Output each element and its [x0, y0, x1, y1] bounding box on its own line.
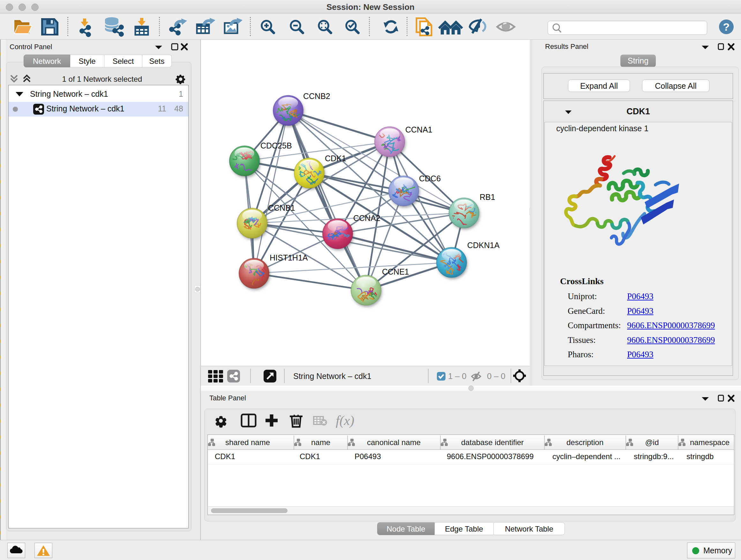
svg-text:cyclin–dependent ...: cyclin–dependent ...: [552, 452, 620, 461]
svg-text:description: description: [566, 438, 603, 447]
svg-text:stringdb: stringdb: [686, 452, 714, 461]
svg-text:@id: @id: [645, 438, 659, 447]
svg-text:CCNB1: CCNB1: [268, 203, 295, 212]
svg-text:f(x): f(x): [336, 413, 354, 428]
svg-text:shared name: shared name: [225, 438, 270, 447]
svg-text:CDK1: CDK1: [300, 452, 320, 461]
svg-text:9606.ENSP00000378699: 9606.ENSP00000378699: [447, 452, 534, 461]
svg-text:P06493: P06493: [354, 452, 381, 461]
svg-text:CCNA1: CCNA1: [405, 125, 432, 134]
svg-text:canonical name: canonical name: [367, 438, 421, 447]
svg-text:CCNE1: CCNE1: [382, 267, 409, 276]
svg-text:HIST1H1A: HIST1H1A: [270, 253, 308, 262]
svg-text:CDKN1A: CDKN1A: [467, 241, 500, 250]
svg-text:stringdb:9...: stringdb:9...: [634, 452, 674, 461]
svg-text:CDC6: CDC6: [419, 174, 441, 183]
svg-text:String Network – cdk1: String Network – cdk1: [293, 372, 372, 381]
svg-text:CDK1: CDK1: [325, 154, 346, 163]
svg-text:1 – 0: 1 – 0: [448, 371, 467, 381]
svg-text:?: ?: [723, 21, 730, 33]
svg-text:database identifier: database identifier: [461, 438, 524, 447]
svg-text:CDK1: CDK1: [215, 452, 235, 461]
svg-text:name: name: [311, 438, 330, 447]
svg-text:CCNB2: CCNB2: [303, 91, 330, 101]
svg-text:namespace: namespace: [690, 438, 730, 447]
svg-text:RB1: RB1: [480, 192, 495, 201]
svg-text:CDC25B: CDC25B: [260, 141, 292, 150]
svg-text:0 – 0: 0 – 0: [487, 371, 506, 381]
svg-text:CCNA2: CCNA2: [353, 213, 381, 223]
